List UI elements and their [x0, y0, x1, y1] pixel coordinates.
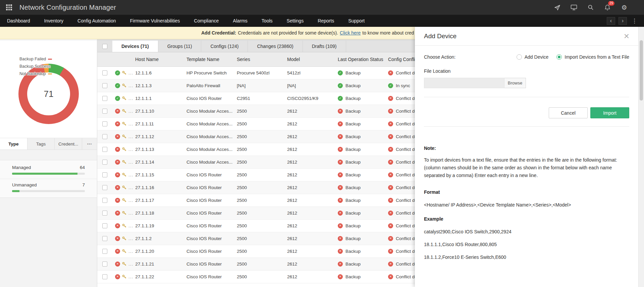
host-cell: ✓...12.1.1.3: [112, 83, 186, 88]
credential-key-icon: [122, 185, 126, 190]
row-checkbox[interactable]: [102, 160, 107, 165]
credential-key-icon: [122, 96, 126, 101]
nav-more-menu-icon[interactable]: ⋮: [630, 17, 639, 24]
tab-groups-11[interactable]: Groups (11): [158, 41, 202, 52]
host-more-ellipsis: ...: [128, 236, 133, 241]
template-name-cell: Cisco IOS Router: [186, 172, 237, 177]
notifications-bell-icon[interactable]: 29: [604, 4, 611, 11]
cancel-button[interactable]: Cancel: [549, 107, 588, 118]
row-checkbox[interactable]: [102, 121, 107, 126]
radio-selected-dot: [556, 54, 562, 60]
nav-item-reports[interactable]: Reports: [311, 15, 341, 27]
apps-grid-icon[interactable]: [6, 4, 12, 10]
import-button[interactable]: Import: [590, 107, 629, 118]
row-checkbox[interactable]: [102, 70, 107, 75]
device-status-error-icon: ✕: [115, 236, 120, 241]
model-cell: CISCO2951/K9: [287, 96, 338, 101]
radio-option-add-device[interactable]: Add Device: [517, 54, 549, 60]
operation-error-icon: ✕: [338, 109, 343, 114]
device-status-error-icon: ✕: [115, 274, 120, 279]
row-checkbox[interactable]: [102, 236, 107, 241]
table-tabs: Devices (71)Groups (11)Configs (124)Chan…: [112, 41, 346, 52]
host-name: 12.1.1.1: [135, 96, 152, 101]
tab-devices-71[interactable]: Devices (71): [112, 41, 158, 52]
series-cell: [NA]: [237, 83, 287, 88]
radio-option-import-devices-from-a-text-file[interactable]: Import Devices from a Text File: [556, 54, 629, 60]
last-operation-text: Backup: [345, 274, 361, 279]
config-conflict-text: Conflict de: [396, 185, 417, 190]
host-name: 27.1.1.19: [135, 223, 154, 228]
row-checkbox[interactable]: [102, 185, 107, 190]
model-cell: 2612: [287, 121, 338, 126]
host-name: 27.1.1.2: [135, 236, 152, 241]
nav-item-settings[interactable]: Settings: [280, 15, 311, 27]
host-more-ellipsis: ...: [128, 274, 133, 279]
sidebar-tab-credent[interactable]: Credent...: [55, 138, 82, 150]
settings-gear-icon[interactable]: ⚙: [621, 4, 628, 11]
sidebar-tab-type[interactable]: Type: [0, 138, 28, 150]
device-status-error-icon: ✕: [115, 198, 120, 203]
nav-item-compliance[interactable]: Compliance: [187, 15, 226, 27]
row-checkbox[interactable]: [102, 249, 107, 254]
nav-scroll-right-button[interactable]: ›: [619, 17, 627, 25]
page-scrollbar[interactable]: [638, 27, 644, 287]
nav-item-inventory[interactable]: Inventory: [37, 15, 71, 27]
model-cell: 5412zl: [287, 70, 338, 75]
credential-key-icon: [122, 160, 126, 164]
operation-ok-icon: ✓: [338, 83, 343, 88]
announce-send-icon[interactable]: [553, 4, 561, 11]
host-more-ellipsis: ...: [128, 262, 133, 267]
close-icon[interactable]: ×: [624, 32, 629, 41]
row-checkbox[interactable]: [102, 223, 107, 228]
row-checkbox[interactable]: [102, 109, 107, 114]
sidebar-tab-tags[interactable]: Tags: [28, 138, 55, 150]
row-checkbox[interactable]: [102, 147, 107, 152]
last-operation-text: Backup: [345, 172, 361, 177]
sidebar-more-icon[interactable]: •••: [82, 138, 97, 150]
host-name: 12.1.1.3: [135, 83, 152, 88]
row-checkbox[interactable]: [102, 96, 107, 101]
search-icon[interactable]: [587, 4, 594, 11]
row-checkbox[interactable]: [102, 83, 107, 88]
note-label: Note:: [424, 146, 629, 151]
format-value: <Hostname/ IP Address>,<Device Template …: [424, 202, 629, 208]
conflict-error-icon: ✕: [388, 160, 393, 165]
row-checkbox[interactable]: [102, 211, 107, 216]
select-all-checkbox[interactable]: [102, 44, 107, 49]
row-checkbox[interactable]: [102, 262, 107, 267]
tab-drafts-109[interactable]: Drafts (109): [303, 41, 346, 52]
tab-changes-23860[interactable]: Changes (23860): [248, 41, 303, 52]
banner-click-here-link[interactable]: Click here: [340, 30, 361, 36]
template-name-cell: PaloAlto Firewall: [186, 83, 237, 88]
nav-item-alarms[interactable]: Alarms: [226, 15, 255, 27]
device-status-error-icon: ✕: [115, 121, 120, 126]
row-checkbox-cell: [97, 236, 112, 241]
row-checkbox-cell: [97, 147, 112, 152]
nav-item-config-automation[interactable]: Config Automation: [70, 15, 123, 27]
conflict-error-icon: ✕: [388, 96, 393, 101]
stat-bar: [12, 173, 85, 175]
nav-scroll-left-button[interactable]: ‹: [607, 17, 615, 25]
nav-item-support[interactable]: Support: [341, 15, 372, 27]
stat-managed[interactable]: Managed64: [0, 162, 97, 179]
last-operation-text: Backup: [345, 83, 361, 88]
scrollbar-thumb[interactable]: [640, 40, 643, 101]
last-operation-text: Backup: [345, 70, 361, 75]
stat-unmanaged[interactable]: Unmanaged7: [0, 179, 97, 196]
row-checkbox[interactable]: [102, 172, 107, 177]
row-checkbox[interactable]: [102, 134, 107, 139]
nav-item-tools[interactable]: Tools: [255, 15, 280, 27]
nav-item-firmware-vulnerabilities[interactable]: Firmware Vulnerabilities: [123, 15, 187, 27]
file-location-input[interactable]: [424, 78, 504, 88]
panel-title: Add Device: [424, 33, 457, 40]
screen-share-icon[interactable]: [570, 4, 578, 11]
config-conflict-text: Conflict de: [396, 172, 417, 177]
browse-button[interactable]: Browse: [504, 78, 526, 88]
row-checkbox[interactable]: [102, 274, 107, 279]
last-operation-cell: ✓Backup: [338, 83, 388, 88]
tab-configs-124[interactable]: Configs (124): [201, 41, 248, 52]
row-checkbox[interactable]: [102, 198, 107, 203]
last-operation-cell: ✕Backup: [338, 121, 388, 126]
model-cell: 2612: [287, 147, 338, 152]
nav-item-dashboard[interactable]: Dashboard: [0, 15, 37, 27]
